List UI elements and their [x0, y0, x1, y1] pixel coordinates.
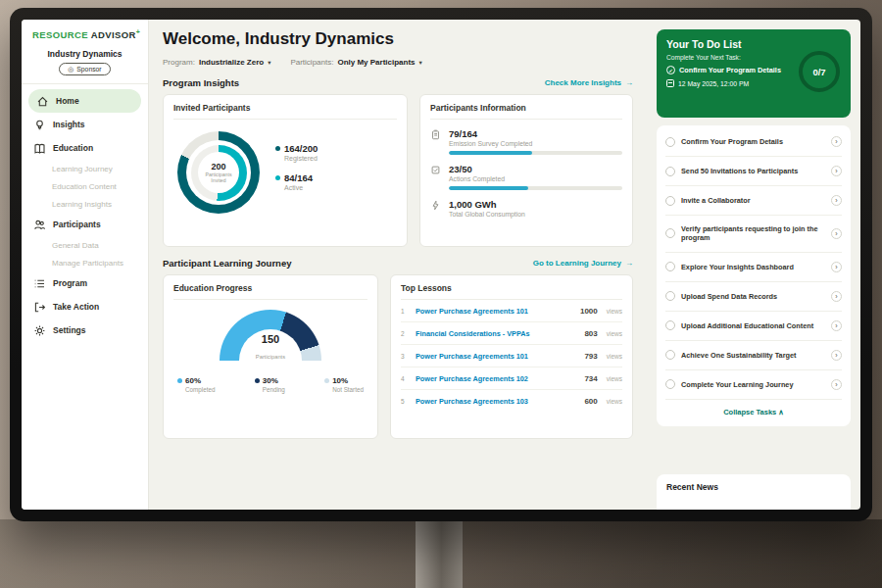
next-task-chip[interactable]: ✓ Confirm Your Program Details: [666, 66, 804, 74]
task-checkbox[interactable]: [665, 291, 675, 301]
sidebar-item-general-data[interactable]: General Data: [22, 236, 148, 254]
todo-task-row[interactable]: Achieve One Sustainability Target ›: [665, 341, 842, 370]
sidebar-item-manage-participants[interactable]: Manage Participants: [22, 254, 148, 271]
legend-label: Completed: [185, 386, 215, 393]
sidebar-item-home[interactable]: Home: [28, 89, 141, 113]
sidebar-item-insights[interactable]: Insights: [22, 113, 148, 136]
progress-bar: [449, 186, 622, 190]
todo-task-row[interactable]: Upload Additional Educational Content ›: [665, 312, 842, 341]
chevron-right-icon[interactable]: ›: [831, 228, 842, 239]
legend-value: 10%: [332, 376, 348, 385]
task-checkbox[interactable]: [665, 196, 675, 206]
sidebar-item-learning-insights[interactable]: Learning Insights: [22, 195, 148, 213]
todo-panel-title: Your To Do List: [666, 38, 841, 50]
task-checkbox[interactable]: [665, 350, 675, 360]
sponsor-badge[interactable]: ◎ Sponsor: [59, 63, 110, 75]
lesson-link[interactable]: Power Purchase Agreements 101: [416, 307, 573, 316]
lesson-link[interactable]: Power Purchase Agreements 103: [416, 397, 577, 406]
legend-value: 30%: [263, 376, 278, 385]
lesson-views-label: views: [607, 398, 622, 405]
metric-label: Total Global Consumption: [449, 211, 622, 218]
check-more-insights-link[interactable]: Check More Insights →: [545, 78, 633, 87]
donut-center: 200 Participants Invited: [198, 152, 239, 193]
metric-value: 23/50: [449, 164, 622, 174]
chevron-right-icon[interactable]: ›: [831, 262, 842, 272]
todo-task-row[interactable]: Invite a Collaborator ›: [665, 186, 842, 216]
todo-task-row[interactable]: Verify participants requesting to join t…: [665, 216, 842, 253]
task-checkbox[interactable]: [665, 167, 675, 176]
lesson-views-label: views: [607, 308, 622, 315]
todo-task-row[interactable]: Complete Your Learning Journey ›: [665, 370, 842, 400]
todo-task-row[interactable]: Send 50 Invitations to Participants ›: [665, 157, 842, 186]
participants-information-card: Participants Information 79/164 Emission…: [419, 94, 633, 247]
sidebar-item-learning-journey[interactable]: Learning Journey: [22, 160, 148, 177]
chevron-right-icon[interactable]: ›: [831, 166, 842, 176]
arrow-right-icon: →: [625, 78, 633, 87]
chevron-right-icon[interactable]: ›: [831, 195, 842, 206]
metric-label: Emission Survey Completed: [449, 140, 622, 147]
todo-column: Your To Do List Complete Your Next Task:…: [647, 20, 860, 510]
todo-task-row[interactable]: Explore Your Insights Dashboard ›: [665, 253, 842, 282]
sidebar-item-take-action[interactable]: Take Action: [22, 295, 148, 318]
task-label: Confirm Your Program Details: [681, 137, 825, 146]
due-date-text: 12 May 2025, 12:00 PM: [678, 80, 749, 87]
task-checkbox[interactable]: [665, 379, 675, 389]
legend-value: 60%: [185, 376, 201, 385]
sidebar-item-program[interactable]: Program: [22, 271, 148, 295]
sidebar-item-label: Participants: [53, 220, 101, 229]
legend-value: 84/164: [284, 172, 313, 183]
gauge-legend: 60% Completed 30% Pending: [173, 376, 368, 393]
donut-center-label: Participants Invited: [202, 172, 235, 183]
legend-label: Active: [284, 184, 318, 191]
todo-task-row[interactable]: Upload Spend Data Records ›: [665, 282, 842, 312]
main-content: Welcome, Industry Dynamics Program: Indu…: [149, 20, 647, 510]
lesson-link[interactable]: Financial Considerations - VPPAs: [416, 329, 577, 338]
lesson-link[interactable]: Power Purchase Agreements 101: [416, 352, 577, 361]
task-checkbox[interactable]: [665, 228, 675, 238]
todo-tasks-card: Confirm Your Program Details › Send 50 I…: [657, 125, 851, 426]
sidebar-item-education-content[interactable]: Education Content: [22, 177, 148, 195]
sidebar-item-education[interactable]: Education: [22, 136, 148, 160]
lesson-views: 600: [584, 397, 597, 406]
recent-news-card[interactable]: Recent News: [657, 474, 851, 510]
participants-filter-dropdown[interactable]: Participants: Only My Participants ▾: [290, 58, 421, 67]
lesson-row: 4 Power Purchase Agreements 102 734 view…: [401, 368, 622, 390]
lesson-views: 1000: [580, 307, 598, 316]
task-checkbox[interactable]: [665, 262, 675, 271]
collapse-tasks-button[interactable]: Collapse Tasks ∧: [665, 400, 842, 422]
task-checkbox[interactable]: [665, 320, 675, 330]
logo-plus: +: [136, 28, 141, 35]
link-label: Go to Learning Journey: [533, 259, 621, 268]
chevron-right-icon[interactable]: ›: [831, 320, 842, 331]
legend-item-not-started: 10% Not Started: [324, 376, 364, 393]
lesson-rank: 2: [401, 330, 409, 337]
program-filter-dropdown[interactable]: Program: Industrialize Zero ▾: [163, 58, 270, 67]
chevron-right-icon[interactable]: ›: [831, 379, 842, 390]
link-label: Check More Insights: [545, 78, 621, 87]
chevron-right-icon[interactable]: ›: [831, 136, 842, 147]
lesson-rank: 4: [401, 375, 409, 382]
task-checkbox[interactable]: [665, 137, 675, 147]
sidebar-item-label: Education: [53, 143, 93, 153]
sidebar-item-participants[interactable]: Participants: [22, 213, 148, 236]
next-task-label: Confirm Your Program Details: [679, 66, 781, 74]
sidebar-item-settings[interactable]: Settings: [22, 318, 148, 342]
lesson-link[interactable]: Power Purchase Agreements 102: [416, 374, 577, 383]
todo-task-row[interactable]: Confirm Your Program Details ›: [665, 127, 842, 157]
chevron-right-icon[interactable]: ›: [831, 350, 842, 361]
legend-dot: [177, 378, 182, 383]
lesson-views-label: views: [607, 330, 622, 337]
chevron-right-icon[interactable]: ›: [831, 291, 842, 302]
legend-item-completed: 60% Completed: [177, 376, 215, 393]
filter-bar: Program: Industrialize Zero ▾ Participan…: [163, 58, 633, 67]
task-label: Achieve One Sustainability Target: [681, 351, 825, 360]
todo-progress-ring: 0/7: [799, 51, 840, 92]
sidebar-item-label: Settings: [53, 325, 86, 335]
org-name: Industry Dynamics: [22, 49, 148, 59]
go-to-learning-journey-link[interactable]: Go to Learning Journey →: [533, 259, 633, 268]
insights-icon: [33, 119, 46, 131]
checklist-icon: [430, 165, 441, 175]
lesson-row: 3 Power Purchase Agreements 101 793 view…: [401, 345, 622, 368]
metric-global-consumption: 1,000 GWh Total Global Consumption: [430, 199, 622, 218]
donut-center-value: 200: [211, 162, 225, 172]
